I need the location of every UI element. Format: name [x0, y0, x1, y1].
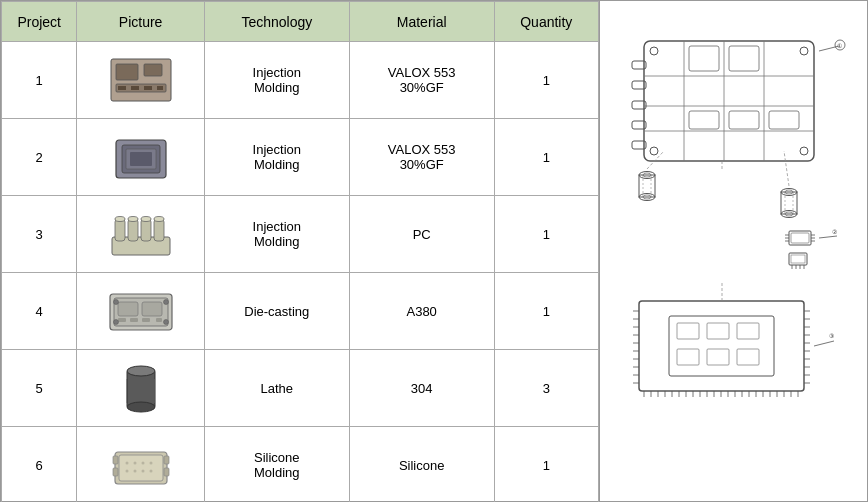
- table-row: 3: [2, 196, 599, 273]
- cell-quantity-2: 1: [494, 119, 598, 196]
- svg-rect-70: [689, 111, 719, 129]
- cell-technology-5: Lathe: [204, 350, 349, 427]
- svg-point-31: [113, 320, 118, 325]
- cell-material-5: 304: [349, 350, 494, 427]
- svg-point-59: [650, 47, 658, 55]
- exploded-view-svg: ①: [614, 21, 854, 481]
- header-quantity: Quantity: [494, 2, 598, 42]
- cell-picture-2: [77, 119, 205, 196]
- svg-rect-6: [144, 86, 152, 90]
- table-row: 6: [2, 427, 599, 503]
- cell-quantity-4: 1: [494, 273, 598, 350]
- svg-rect-108: [639, 301, 804, 391]
- svg-point-41: [133, 462, 136, 465]
- svg-rect-158: [737, 349, 759, 365]
- svg-point-61: [650, 147, 658, 155]
- parts-table: Project Picture Technology Material Quan…: [1, 1, 599, 502]
- svg-line-90: [647, 151, 664, 169]
- svg-rect-71: [729, 111, 759, 129]
- cell-technology-6: Silicone Molding: [204, 427, 349, 503]
- svg-rect-15: [141, 219, 151, 241]
- cell-quantity-1: 1: [494, 42, 598, 119]
- svg-point-45: [133, 470, 136, 473]
- cell-picture-3: [77, 196, 205, 273]
- svg-rect-26: [130, 318, 138, 322]
- svg-rect-109: [669, 316, 774, 376]
- svg-rect-25: [118, 318, 126, 322]
- svg-point-35: [127, 402, 155, 412]
- cell-quantity-6: 1: [494, 427, 598, 503]
- cell-quantity-3: 1: [494, 196, 598, 273]
- svg-line-159: [814, 341, 834, 346]
- svg-rect-48: [113, 456, 118, 464]
- svg-rect-7: [157, 86, 163, 90]
- cell-technology-3: Injection Molding: [204, 196, 349, 273]
- cell-project-2: 2: [2, 119, 77, 196]
- svg-rect-27: [142, 318, 150, 322]
- svg-point-40: [125, 462, 128, 465]
- svg-point-29: [113, 300, 118, 305]
- svg-rect-14: [128, 219, 138, 241]
- svg-text:③: ③: [829, 333, 834, 339]
- main-container: Project Picture Technology Material Quan…: [0, 0, 868, 502]
- table-section: Project Picture Technology Material Quan…: [0, 0, 600, 502]
- part-3-image: [107, 205, 175, 263]
- svg-point-30: [163, 300, 168, 305]
- cell-project-6: 6: [2, 427, 77, 503]
- cell-material-2: VALOX 553 30%GF: [349, 119, 494, 196]
- svg-rect-4: [118, 86, 126, 90]
- svg-rect-49: [164, 456, 169, 464]
- svg-point-32: [163, 320, 168, 325]
- svg-rect-16: [154, 219, 164, 241]
- svg-line-100: [819, 236, 837, 238]
- svg-rect-23: [118, 302, 138, 316]
- part-2-image: [108, 130, 173, 185]
- svg-rect-13: [115, 219, 125, 241]
- svg-rect-72: [769, 111, 799, 129]
- svg-rect-1: [116, 64, 138, 80]
- cell-material-3: PC: [349, 196, 494, 273]
- svg-point-62: [800, 147, 808, 155]
- svg-point-60: [800, 47, 808, 55]
- part-5-image: [113, 359, 168, 417]
- svg-text:②: ②: [832, 229, 837, 235]
- svg-rect-68: [689, 46, 719, 71]
- svg-point-44: [125, 470, 128, 473]
- svg-rect-154: [707, 323, 729, 339]
- cell-project-4: 4: [2, 273, 77, 350]
- cell-material-6: Silicone: [349, 427, 494, 503]
- svg-point-47: [149, 470, 152, 473]
- table-row: 5: [2, 350, 599, 427]
- svg-rect-157: [707, 349, 729, 365]
- cell-material-4: A380: [349, 273, 494, 350]
- svg-text:①: ①: [837, 43, 842, 49]
- svg-rect-103: [791, 255, 805, 263]
- svg-point-46: [141, 470, 144, 473]
- cell-technology-2: Injection Molding: [204, 119, 349, 196]
- table-row: 2 Injection Molding: [2, 119, 599, 196]
- table-row: 4: [2, 273, 599, 350]
- svg-point-18: [128, 217, 138, 222]
- part-1-image: [106, 51, 176, 109]
- table-row: 1: [2, 42, 599, 119]
- cell-quantity-5: 3: [494, 350, 598, 427]
- cell-project: 1: [2, 42, 77, 119]
- svg-point-34: [127, 366, 155, 376]
- header-project: Project: [2, 2, 77, 42]
- svg-rect-51: [164, 468, 169, 476]
- cell-technology-1: Injection Molding: [204, 42, 349, 119]
- svg-rect-28: [156, 318, 162, 322]
- svg-rect-153: [677, 323, 699, 339]
- svg-rect-5: [131, 86, 139, 90]
- exploded-view-section: ①: [600, 0, 868, 502]
- table-header-row: Project Picture Technology Material Quan…: [2, 2, 599, 42]
- svg-rect-155: [737, 323, 759, 339]
- svg-rect-24: [142, 302, 162, 316]
- header-picture: Picture: [77, 2, 205, 42]
- svg-point-19: [141, 217, 151, 222]
- header-material: Material: [349, 2, 494, 42]
- svg-rect-69: [729, 46, 759, 71]
- svg-line-91: [784, 151, 789, 186]
- cell-picture-5: [77, 350, 205, 427]
- cell-technology-4: Die-casting: [204, 273, 349, 350]
